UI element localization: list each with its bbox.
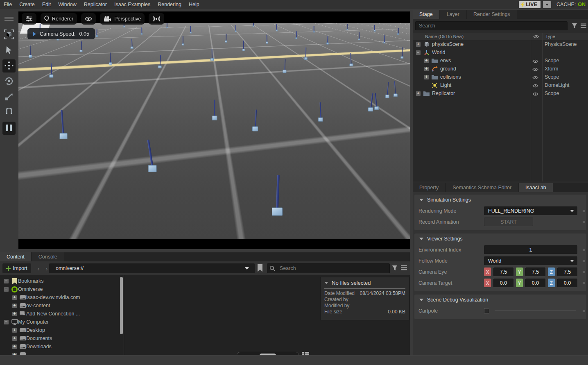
tab-property[interactable]: Property <box>413 183 445 192</box>
simulation-settings-header[interactable]: Simulation Settings <box>414 195 586 205</box>
tab-layer[interactable]: Layer <box>440 10 466 19</box>
camera-eye-x-field[interactable]: 7.5 <box>493 268 513 276</box>
move-tool-button[interactable] <box>2 59 16 73</box>
expand-plus-icon[interactable]: + <box>416 42 421 47</box>
property-indicator[interactable] <box>583 210 585 212</box>
live-dropdown-button[interactable] <box>543 1 551 8</box>
follow-mode-dropdown[interactable]: World <box>484 256 577 265</box>
column-type-header[interactable]: Type <box>545 34 555 39</box>
tree-item-add-new-connection[interactable]: +Add New Connection ... <box>0 310 119 318</box>
rotate-tool-button[interactable] <box>2 75 16 88</box>
stage-row-replicator[interactable]: +ReplicatorScope <box>413 89 588 97</box>
cartpole-checkbox[interactable] <box>484 308 489 313</box>
viewport[interactable]: Renderer Perspective <box>18 11 410 249</box>
visibility-menu-button[interactable] <box>81 13 96 25</box>
tree-item-desktop[interactable]: +Desktop <box>0 326 119 334</box>
viewer-settings-header[interactable]: Viewer Settings <box>414 234 586 244</box>
tree-item-downloads[interactable]: +Downloads <box>0 342 119 351</box>
tree-item-item[interactable]: + <box>0 351 119 355</box>
stage-row-world[interactable]: −World <box>413 48 588 57</box>
menu-item-create[interactable]: Create <box>16 0 38 9</box>
snap-magnet-button[interactable] <box>2 106 16 119</box>
expand-plus-icon[interactable]: + <box>12 336 17 341</box>
property-indicator[interactable] <box>583 271 585 273</box>
menu-item-file[interactable]: File <box>0 0 16 9</box>
select-cursor-button[interactable] <box>2 44 16 57</box>
expand-plus-icon[interactable]: + <box>424 67 429 71</box>
visibility-eye-icon[interactable] <box>532 67 538 73</box>
stage-row-ground[interactable]: +groundXform <box>413 65 588 73</box>
back-button[interactable]: ‹ <box>34 263 43 273</box>
menu-item-edit[interactable]: Edit <box>38 0 55 9</box>
property-indicator[interactable] <box>583 282 585 284</box>
tree-scrollbar[interactable] <box>120 277 123 334</box>
viewport-settings-button[interactable] <box>22 13 36 25</box>
stage-row-collisions[interactable]: +collisionsScope <box>413 73 588 81</box>
capture-button[interactable] <box>149 13 164 25</box>
tab-render-settings[interactable]: Render Settings <box>467 10 517 19</box>
tab-semantics-schema-editor[interactable]: Semantics Schema Editor <box>446 183 518 192</box>
menu-item-help[interactable]: Help <box>185 0 203 9</box>
bookmark-icon[interactable] <box>257 264 263 272</box>
renderer-menu-button[interactable]: Renderer <box>41 13 77 25</box>
frame-selection-button[interactable] <box>2 28 16 41</box>
pause-button[interactable] <box>2 122 16 135</box>
visibility-eye-icon[interactable] <box>532 83 538 89</box>
property-indicator[interactable] <box>583 260 585 262</box>
scene-debug-header[interactable]: Scene Debug Visualization <box>414 295 586 305</box>
camera-eye-z-field[interactable]: 7.5 <box>557 268 577 276</box>
expand-plus-icon[interactable]: + <box>12 345 17 349</box>
menu-item-window[interactable]: Window <box>54 0 80 9</box>
camera-target-y-field[interactable]: 0.0 <box>525 279 545 287</box>
tree-item-isaac-dev-ov-nvidia-com[interactable]: +isaac-dev.ov.nvidia.com <box>0 293 119 302</box>
expand-plus-icon[interactable]: + <box>424 59 429 63</box>
collapse-minus-icon[interactable]: − <box>4 320 9 324</box>
tab-isaaclab[interactable]: IsaacLab <box>519 183 553 192</box>
property-indicator[interactable] <box>583 310 585 312</box>
details-header[interactable]: No files selected <box>324 280 405 286</box>
stage-row-physicsscene[interactable]: +physicsScenePhysicsScene <box>413 40 588 48</box>
path-field[interactable]: omniverse:// <box>49 263 255 273</box>
scale-tool-button[interactable] <box>2 91 16 104</box>
filter-icon[interactable] <box>572 23 577 29</box>
stage-row-envs[interactable]: +envsScope <box>413 57 588 65</box>
camera-eye-y-field[interactable]: 7.5 <box>525 268 545 276</box>
thumbnail-size-slider[interactable] <box>237 352 299 355</box>
stage-search-input[interactable] <box>415 21 568 30</box>
tree-item-documents[interactable]: +Documents <box>0 334 119 342</box>
visibility-eye-icon[interactable] <box>532 59 538 64</box>
panel-handle-button[interactable] <box>2 13 16 26</box>
tab-stage[interactable]: Stage <box>413 10 439 19</box>
slider-handle[interactable] <box>260 354 276 355</box>
collapse-minus-icon[interactable]: − <box>4 279 9 283</box>
options-menu-icon[interactable] <box>581 23 586 28</box>
stage-row-light[interactable]: LightDomeLight <box>413 81 588 89</box>
expand-plus-icon[interactable]: + <box>416 91 421 96</box>
expand-plus-icon[interactable]: + <box>12 304 17 308</box>
rendering-mode-dropdown[interactable]: FULL_RENDERING <box>484 206 577 215</box>
menu-item-isaac-examples[interactable]: Isaac Examples <box>111 0 154 9</box>
live-button[interactable]: LIVE <box>519 1 541 8</box>
camera-target-x-field[interactable]: 0.0 <box>493 279 513 287</box>
expand-plus-icon[interactable]: + <box>424 75 429 79</box>
tree-item-omniverse[interactable]: −Omniverse <box>0 285 119 293</box>
visibility-eye-icon[interactable] <box>532 75 538 81</box>
menu-item-replicator[interactable]: Replicator <box>80 0 111 9</box>
column-name-header[interactable]: Name (Old to New) <box>425 34 464 39</box>
visibility-eye-icon[interactable] <box>532 91 538 97</box>
tree-item-my-computer[interactable]: −My Computer <box>0 318 119 326</box>
tree-item-ov-content[interactable]: +ov-content <box>0 302 119 310</box>
menu-item-rendering[interactable]: Rendering <box>154 0 185 9</box>
content-search-input[interactable] <box>267 263 390 273</box>
tab-content[interactable]: Content <box>0 252 31 261</box>
camera-menu-button[interactable]: Perspective <box>100 13 145 25</box>
environment-index-field[interactable]: 1 <box>484 245 577 254</box>
expand-plus-icon[interactable]: + <box>12 295 17 300</box>
import-button[interactable]: Import <box>2 263 31 273</box>
tab-console[interactable]: Console <box>32 252 64 261</box>
expand-plus-icon[interactable]: + <box>12 312 17 316</box>
record-start-button[interactable]: START <box>484 218 533 226</box>
filter-icon[interactable] <box>392 265 398 271</box>
collapse-minus-icon[interactable]: − <box>416 50 421 55</box>
tree-item-bookmarks[interactable]: −Bookmarks <box>0 277 119 285</box>
